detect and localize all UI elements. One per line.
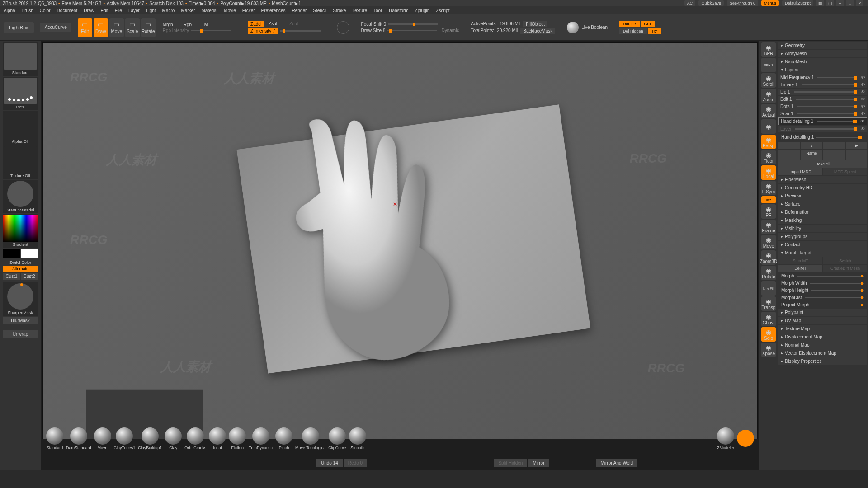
switch-button[interactable]: Switch [823, 257, 867, 264]
undo-button[interactable]: Undo 14 [316, 459, 343, 467]
edit-mode-button[interactable]: ▭Edit [78, 18, 92, 37]
brush-standard[interactable]: Standard [46, 427, 63, 450]
morph-slider[interactable]: Morph [778, 272, 867, 279]
sharpen-mask-slot[interactable]: SharpenMask [3, 282, 38, 316]
unwrap-button[interactable]: Unwrap [3, 330, 38, 338]
section-deformation[interactable]: Deformation [778, 208, 867, 216]
menu-draw[interactable]: Draw [84, 8, 94, 13]
shelf-persp-button[interactable]: ◉Persp [761, 135, 776, 149]
shelf-xyz-button[interactable]: Xyz [761, 196, 776, 203]
color-picker[interactable]: Gradient [3, 214, 38, 248]
layer-btn[interactable]: ▶ [846, 142, 868, 149]
bake-all-button[interactable]: Bake All [778, 160, 867, 168]
brush-damstandard[interactable]: DamStandard [66, 427, 91, 450]
shelf-ghost-button[interactable]: ◉Ghost [761, 312, 776, 326]
layer-btn[interactable]: ↓ [801, 142, 823, 149]
stroke-dots-slot[interactable]: Dots [3, 77, 38, 110]
brush-trimdynamic[interactable]: TrimDynamic [249, 427, 273, 450]
alternate-button[interactable]: Alternate [3, 266, 38, 272]
layer-hand-detailing-1[interactable]: Hand detailing 1👁 [778, 117, 867, 125]
shelf-xpose-button[interactable]: ◉Xpose [761, 343, 776, 357]
menus-button[interactable]: Menus [761, 0, 779, 6]
cust1-button[interactable]: Cust1 [3, 273, 20, 280]
menu-document[interactable]: Document [57, 8, 78, 13]
focal-shift-slider[interactable]: Focal Shift 0 [361, 22, 387, 27]
default-zscript[interactable]: DefaultZScript [782, 0, 813, 6]
redo-button[interactable]: Redo 0 [344, 459, 367, 467]
shelf-pf-button[interactable]: ◉PF [761, 204, 776, 219]
section-geometry-hd[interactable]: Geometry HD [778, 184, 867, 192]
delmt-button[interactable]: DelMT [778, 265, 822, 272]
draw-mode-button[interactable]: ▭Draw [94, 18, 108, 37]
menu-edit[interactable]: Edit [101, 8, 108, 13]
shelf-solo-button[interactable]: ◉Solo [761, 327, 776, 342]
menu-light[interactable]: Light [146, 8, 156, 13]
lightbox-button[interactable]: LightBox [4, 22, 34, 33]
liveboolean-label[interactable]: Live Boolean [581, 25, 608, 30]
brush-clay[interactable]: Clay [165, 427, 182, 450]
shelf-transp-button[interactable]: ◉Transp [761, 296, 776, 311]
cust2-button[interactable]: Cust2 [21, 273, 38, 280]
menu-brush[interactable]: Brush [22, 8, 33, 13]
dynamic-toggle[interactable]: Dynamic [441, 28, 459, 33]
brush-smooth[interactable]: Smooth [349, 427, 366, 450]
layer-layer[interactable]: Layer👁 [778, 126, 867, 132]
blurmask-button[interactable]: BlurMask [3, 317, 38, 324]
morph-height-slider[interactable]: Morph Height [778, 287, 867, 294]
section-masking[interactable]: Masking [778, 216, 867, 224]
import-mdd-button[interactable]: Import MDD [778, 168, 822, 175]
shelf-spix3-button[interactable]: SPix 3 [761, 58, 776, 72]
shelf-zoom-button[interactable]: ◉Zoom [761, 89, 776, 103]
txr-button[interactable]: Txr [648, 28, 661, 34]
shelf-linefill-button[interactable]: Line Fill [761, 281, 776, 296]
brush-standard-slot[interactable]: Standard [3, 42, 38, 76]
section-arraymesh[interactable]: ArrayMesh [778, 50, 867, 57]
section-morph-target[interactable]: Morph Target [778, 249, 867, 257]
menu-layer[interactable]: Layer [128, 8, 140, 13]
current-layer-slider[interactable]: Hand detailing 1 [778, 133, 867, 141]
texture-off-slot[interactable]: Texture Off [3, 145, 38, 179]
menu-file[interactable]: File [115, 8, 122, 13]
accucurve-button[interactable]: AccuCurve [40, 23, 71, 32]
close-icon[interactable]: × [856, 0, 863, 6]
rgb-button[interactable]: Rgb [184, 22, 200, 27]
delhidden-button[interactable]: Del Hidden [619, 28, 647, 34]
menu-material[interactable]: Material [202, 8, 218, 13]
shelf-zoom3d-button[interactable]: ◉Zoom3D [761, 250, 776, 265]
mirror-button[interactable]: Mirror [528, 459, 549, 467]
section-preview[interactable]: Preview [778, 192, 867, 200]
maximize-icon[interactable]: □ [846, 0, 854, 6]
rotate-mode-button[interactable]: ▭Rotate [141, 18, 156, 37]
shelf-actual-button[interactable]: ◉Actual [761, 104, 776, 118]
section-layers[interactable]: Layers [778, 66, 867, 74]
storemt-button[interactable]: StoreMT [778, 257, 822, 264]
brush-flatten[interactable]: Flatten [229, 427, 246, 450]
brush-zmodeler[interactable]: ZModeler [717, 427, 734, 450]
zcut-button[interactable]: Zcut [289, 21, 306, 27]
minimize-icon[interactable]: – [836, 0, 844, 6]
section-polygroups[interactable]: Polygroups [778, 233, 867, 240]
backfacemask-button[interactable]: BackfaceMask [520, 28, 555, 34]
layer-lip-1[interactable]: Lip 1👁 [778, 89, 867, 95]
quicksave-button[interactable]: QuickSave [698, 0, 724, 6]
menu-zscript[interactable]: Zscript [436, 8, 449, 13]
brush-orb_cracks[interactable]: Orb_Cracks [184, 427, 206, 450]
shelf-floor-button[interactable]: ◉Floor [761, 150, 776, 164]
section-uv-map[interactable]: UV Map [778, 317, 867, 324]
scale-mode-button[interactable]: ▭Scale [125, 18, 140, 37]
menu-tool[interactable]: Tool [373, 8, 382, 13]
brush-pinch[interactable]: Pinch [275, 427, 292, 450]
menu-stroke[interactable]: Stroke [333, 8, 346, 13]
layer-btn[interactable]: Name [801, 150, 823, 157]
layer-btn[interactable]: ↑ [778, 142, 800, 149]
layer-btn[interactable] [823, 150, 845, 157]
brush-clipcurve[interactable]: ClipCurve [328, 427, 346, 450]
layer-tirtiary-1[interactable]: Tirtiary 1👁 [778, 81, 867, 88]
menu-render[interactable]: Render [292, 8, 307, 13]
layer-btn[interactable] [823, 142, 845, 149]
draw-size-slider[interactable]: Draw Size 8 [361, 28, 386, 33]
shelf-bpr-button[interactable]: ◉BPR [761, 42, 776, 57]
menu-movie[interactable]: Movie [224, 8, 236, 13]
section-geometry[interactable]: Geometry [778, 42, 867, 49]
brush-move[interactable]: Move [94, 427, 111, 450]
